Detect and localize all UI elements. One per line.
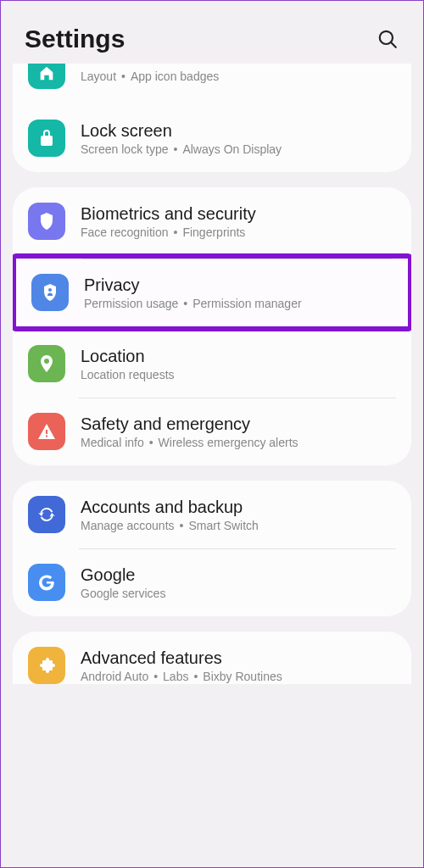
- item-subtitle: Location requests: [81, 368, 396, 381]
- warning-triangle-icon: [28, 413, 65, 450]
- item-subtitle: Medical info•Wireless emergency alerts: [81, 436, 396, 449]
- home-icon: [28, 64, 65, 89]
- settings-item-accounts[interactable]: Accounts and backup Manage accounts•Smar…: [13, 481, 411, 548]
- item-title: Location: [81, 347, 396, 366]
- item-subtitle: Permission usage•Permission manager: [84, 297, 393, 310]
- location-pin-icon: [28, 345, 65, 382]
- privacy-shield-icon: [31, 274, 69, 311]
- page-title: Settings: [25, 25, 125, 53]
- shield-icon: [28, 203, 65, 240]
- svg-rect-4: [46, 436, 47, 437]
- item-subtitle: Google services: [81, 587, 396, 600]
- settings-item-advanced[interactable]: Advanced features Android Auto•Labs•Bixb…: [13, 632, 411, 684]
- settings-item-privacy[interactable]: Privacy Permission usage•Permission mana…: [13, 253, 411, 331]
- settings-item-safety[interactable]: Safety and emergency Medical info•Wirele…: [13, 398, 411, 465]
- item-title: Privacy: [84, 275, 393, 295]
- item-subtitle: Layout•App icon badges: [81, 70, 396, 83]
- item-subtitle: Face recognition•Fingerprints: [81, 225, 396, 239]
- item-title: Lock screen: [81, 121, 396, 141]
- search-button[interactable]: [376, 27, 399, 51]
- settings-item-lock-screen[interactable]: Lock screen Screen lock type•Always On D…: [13, 104, 411, 172]
- item-title: Google: [81, 565, 396, 585]
- sync-icon: [28, 496, 65, 533]
- puzzle-icon: [28, 647, 65, 684]
- settings-group: Accounts and backup Manage accounts•Smar…: [13, 481, 411, 616]
- svg-point-2: [48, 288, 52, 292]
- item-subtitle: Android Auto•Labs•Bixby Routines: [81, 670, 396, 683]
- item-title: Biometrics and security: [81, 204, 396, 224]
- settings-item-home-screen[interactable]: Layout•App icon badges: [13, 64, 411, 104]
- header: Settings: [1, 1, 423, 69]
- settings-group: Biometrics and security Face recognition…: [13, 187, 411, 465]
- settings-group: Advanced features Android Auto•Labs•Bixb…: [13, 632, 411, 684]
- search-icon: [377, 28, 399, 50]
- settings-item-biometrics[interactable]: Biometrics and security Face recognition…: [13, 187, 411, 255]
- settings-group: Layout•App icon badges Lock screen Scree…: [13, 64, 411, 172]
- lock-icon: [28, 120, 65, 157]
- svg-rect-3: [46, 430, 47, 434]
- settings-item-google[interactable]: Google Google services: [13, 548, 411, 616]
- item-title: Accounts and backup: [81, 498, 396, 517]
- settings-item-location[interactable]: Location Location requests: [13, 330, 411, 398]
- item-subtitle: Manage accounts•Smart Switch: [81, 519, 396, 532]
- settings-list: Layout•App icon badges Lock screen Scree…: [1, 64, 423, 684]
- item-subtitle: Screen lock type•Always On Display: [81, 142, 396, 156]
- svg-line-1: [391, 42, 395, 47]
- item-title: Advanced features: [81, 648, 396, 668]
- item-title: Safety and emergency: [81, 415, 396, 434]
- google-icon: [28, 564, 65, 601]
